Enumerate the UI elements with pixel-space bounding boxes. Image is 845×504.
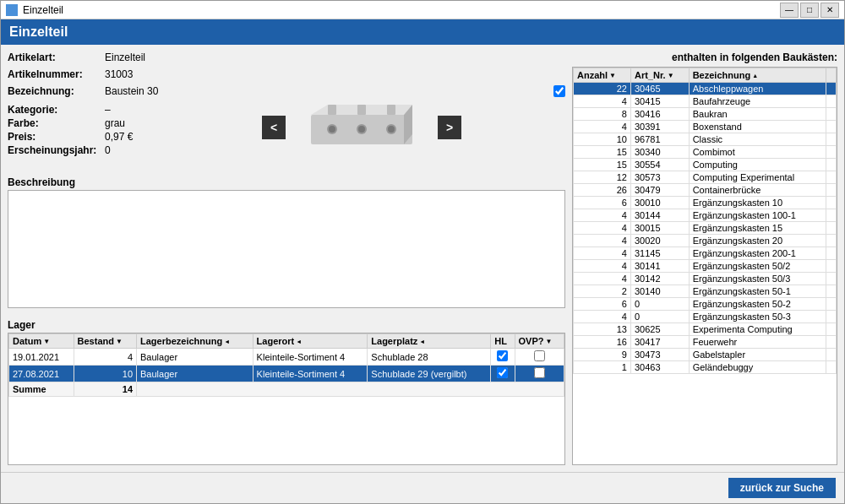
baukasten-row[interactable]: 4 0 Ergänzungskasten 50-3 [574,311,837,323]
lager-lagerort: Kleinteile-Sortiment 4 [253,349,368,366]
bk-bezeichnung: Ergänzungskasten 50-2 [689,298,826,311]
lager-col-bestand[interactable]: Bestand▼ [74,334,136,349]
bk-artnr: 30415 [630,95,689,108]
main-content: Artikelart: Einzelteil Artikelnummer: 31… [1,45,844,472]
bk-bezeichnung: Ergänzungskasten 100-1 [689,209,826,222]
next-button[interactable]: > [438,116,461,139]
bk-bezeichnung: Ergänzungskasten 10 [689,197,826,209]
lager-table-wrapper[interactable]: Datum▼ Bestand▼ Lagerbezeichnung◄ Lagero… [8,333,565,465]
baukasten-row[interactable]: 4 30142 Ergänzungskasten 50/3 [574,273,837,285]
bk-anzahl: 15 [574,159,631,171]
lager-bestand: 4 [74,349,136,366]
product-svg [303,98,421,157]
main-window: Einzelteil — □ ✕ Einzelteil Artikelart: … [0,0,845,504]
bk-anzahl: 4 [574,273,631,285]
baukasten-row[interactable]: 13 30625 Experimenta Computing [574,323,837,336]
lager-col-lagerort[interactable]: Lagerort◄ [253,334,368,349]
app-icon [6,4,18,16]
baukasten-row[interactable]: 26 30479 Containerbrücke [574,184,837,197]
lager-col-hl[interactable]: HL [491,334,515,349]
baukasten-row[interactable]: 8 30416 Baukran [574,108,837,121]
bk-bezeichnung: Ergänzungskasten 50-1 [689,285,826,298]
description-section: Beschreibung [8,176,565,311]
lager-col-ovp[interactable]: OVP?▼ [515,334,564,349]
baukasten-row[interactable]: 4 30141 Ergänzungskasten 50/2 [574,260,837,273]
title-bar: Einzelteil — □ ✕ [1,1,844,19]
close-button[interactable]: ✕ [820,3,839,18]
lager-bestand: 10 [74,366,136,382]
baukasten-title: enthalten in folgenden Baukästen: [572,51,837,63]
baukasten-row[interactable]: 10 96781 Classic [574,133,837,146]
bk-col-artnr[interactable]: Art_Nr.▼ [630,68,689,83]
lager-lagerplatz: Schublade 29 (vergilbt) [368,366,491,382]
lager-row[interactable]: 19.01.2021 4 Baulager Kleinteile-Sortime… [9,349,564,366]
image-checkbox[interactable] [553,85,565,97]
bezeichnung-value: Baustein 30 [105,85,158,97]
lager-col-datum[interactable]: Datum▼ [9,334,74,349]
left-panel: Artikelart: Einzelteil Artikelnummer: 31… [8,51,565,465]
minimize-button[interactable]: — [780,3,799,18]
page-title: Einzelteil [9,24,68,39]
baukasten-row[interactable]: 22 30465 Abschleppwagen [574,83,837,95]
lager-ovp [515,366,564,382]
baukasten-table-wrapper[interactable]: Anzahl▼ Art_Nr.▼ Bezeichnung▲ 22 30465 A… [572,67,837,465]
bk-artnr: 30020 [630,235,689,247]
bk-artnr: 30625 [630,323,689,336]
bk-bezeichnung: Ergänzungskasten 200-1 [689,247,826,260]
baukasten-row[interactable]: 15 30340 Combimot [574,146,837,159]
preis-label: Preis: [8,131,105,143]
lager-col-lagerbezeichnung[interactable]: Lagerbezeichnung◄ [137,334,254,349]
artikelart-row: Artikelart: Einzelteil [8,51,565,63]
bk-col-anzahl[interactable]: Anzahl▼ [574,68,631,83]
bk-anzahl: 6 [574,298,631,311]
bk-bezeichnung: Combimot [689,146,826,159]
kategorie-label: Kategorie: [8,104,105,116]
prev-button[interactable]: < [262,116,286,139]
baukasten-row[interactable]: 4 30020 Ergänzungskasten 20 [574,235,837,247]
svg-rect-11 [387,105,395,115]
maximize-button[interactable]: □ [800,3,819,18]
bk-anzahl: 9 [574,349,631,361]
bk-bezeichnung: Classic [689,133,826,146]
erscheinungsjahr-value: 0 [105,144,111,156]
baukasten-row[interactable]: 1 30463 Geländebuggy [574,361,837,374]
baukasten-row[interactable]: 15 30554 Computing [574,159,837,171]
baukasten-row[interactable]: 4 30415 Baufahrzeuge [574,95,837,108]
baukasten-row[interactable]: 4 30015 Ergänzungskasten 15 [574,222,837,235]
baukasten-row[interactable]: 9 30473 Gabelstapler [574,349,837,361]
lager-hl [491,349,515,366]
baukasten-table: Anzahl▼ Art_Nr.▼ Bezeichnung▲ 22 30465 A… [573,68,837,374]
baukasten-row[interactable]: 6 0 Ergänzungskasten 50-2 [574,298,837,311]
bk-bezeichnung: Computing Experimental [689,171,826,184]
baukasten-row[interactable]: 12 30573 Computing Experimental [574,171,837,184]
bk-bezeichnung: Geländebuggy [689,361,826,374]
bk-col-bezeichnung[interactable]: Bezeichnung▲ [689,68,826,83]
back-button[interactable]: zurück zur Suche [728,478,836,498]
bk-artnr: 30340 [630,146,689,159]
erscheinungsjahr-row: Erscheinungsjahr: 0 [8,144,158,156]
baukasten-row[interactable]: 4 30144 Ergänzungskasten 100-1 [574,209,837,222]
window-title: Einzelteil [23,4,63,16]
farbe-value: grau [105,117,125,129]
product-image [294,94,429,161]
baukasten-row[interactable]: 4 30391 Boxenstand [574,121,837,133]
bk-bezeichnung: Gabelstapler [689,349,826,361]
bk-artnr: 30144 [630,209,689,222]
description-input[interactable] [8,190,565,308]
baukasten-row[interactable]: 4 31145 Ergänzungskasten 200-1 [574,247,837,260]
lager-row[interactable]: 27.08.2021 10 Baulager Kleinteile-Sortim… [9,366,564,382]
baukasten-row[interactable]: 6 30010 Ergänzungskasten 10 [574,197,837,209]
bk-anzahl: 26 [574,184,631,197]
title-bar-controls: — □ ✕ [780,3,839,18]
bk-artnr: 96781 [630,133,689,146]
sum-label: Summe [9,382,74,397]
bk-anzahl: 12 [574,171,631,184]
baukasten-row[interactable]: 16 30417 Feuerwehr [574,336,837,349]
lager-col-lagerplatz[interactable]: Lagerplatz◄ [368,334,491,349]
bk-anzahl: 2 [574,285,631,298]
artikelnummer-row: Artikelnummer: 31003 [8,68,565,80]
baukasten-row[interactable]: 2 30140 Ergänzungskasten 50-1 [574,285,837,298]
lager-sum-row: Summe 14 [9,382,564,397]
bk-bezeichnung: Ergänzungskasten 50/3 [689,273,826,285]
bk-bezeichnung: Abschleppwagen [689,83,826,95]
